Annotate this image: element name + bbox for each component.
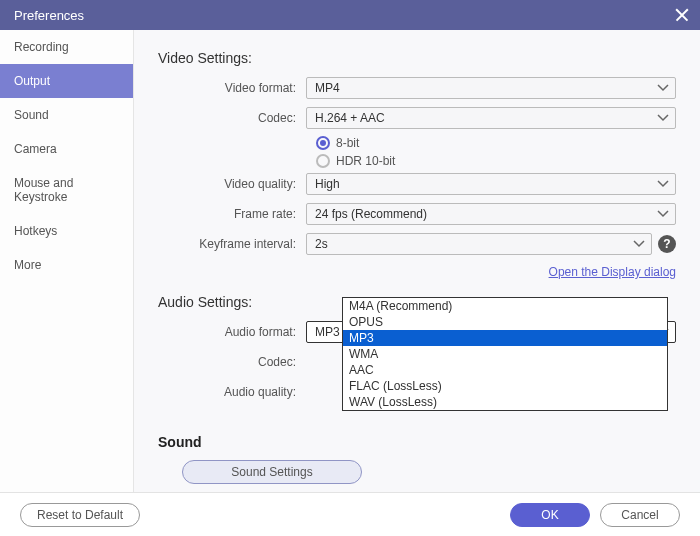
video-codec-select[interactable]: H.264 + AAC <box>306 107 676 129</box>
frame-rate-label: Frame rate: <box>158 207 306 221</box>
chevron-down-icon <box>657 114 669 122</box>
frame-rate-value: 24 fps (Recommend) <box>315 207 427 221</box>
titlebar: Preferences <box>0 0 700 30</box>
video-format-label: Video format: <box>158 81 306 95</box>
radio-hdr10[interactable] <box>316 154 330 168</box>
sidebar-item-mouse-keystroke[interactable]: Mouse and Keystroke <box>0 166 133 214</box>
open-display-dialog-link[interactable]: Open the Display dialog <box>549 265 676 279</box>
chevron-down-icon <box>657 180 669 188</box>
video-codec-label: Codec: <box>158 111 306 125</box>
radio-8bit[interactable] <box>316 136 330 150</box>
keyframe-interval-value: 2s <box>315 237 328 251</box>
dropdown-option[interactable]: OPUS <box>343 314 667 330</box>
dropdown-option[interactable]: M4A (Recommend) <box>343 298 667 314</box>
radio-hdr10-label: HDR 10-bit <box>336 154 395 168</box>
sidebar-item-sound[interactable]: Sound <box>0 98 133 132</box>
keyframe-interval-select[interactable]: 2s <box>306 233 652 255</box>
radio-8bit-label: 8-bit <box>336 136 359 150</box>
chevron-down-icon <box>657 84 669 92</box>
sound-settings-button[interactable]: Sound Settings <box>182 460 362 484</box>
audio-format-label: Audio format: <box>158 325 306 339</box>
close-icon[interactable] <box>674 7 690 23</box>
ok-button[interactable]: OK <box>510 503 590 527</box>
chevron-down-icon <box>633 240 645 248</box>
video-quality-value: High <box>315 177 340 191</box>
audio-codec-label: Codec: <box>158 355 306 369</box>
sidebar: Recording Output Sound Camera Mouse and … <box>0 30 134 492</box>
video-quality-select[interactable]: High <box>306 173 676 195</box>
main-area: Recording Output Sound Camera Mouse and … <box>0 30 700 492</box>
cancel-button[interactable]: Cancel <box>600 503 680 527</box>
frame-rate-select[interactable]: 24 fps (Recommend) <box>306 203 676 225</box>
sidebar-item-camera[interactable]: Camera <box>0 132 133 166</box>
window-title: Preferences <box>14 8 84 23</box>
sidebar-item-hotkeys[interactable]: Hotkeys <box>0 214 133 248</box>
video-format-value: MP4 <box>315 81 340 95</box>
sound-section-title: Sound <box>158 434 676 450</box>
audio-format-dropdown[interactable]: M4A (Recommend) OPUS MP3 WMA AAC FLAC (L… <box>342 297 668 411</box>
dropdown-option[interactable]: AAC <box>343 362 667 378</box>
chevron-down-icon <box>657 210 669 218</box>
video-settings-title: Video Settings: <box>158 50 676 66</box>
video-codec-value: H.264 + AAC <box>315 111 385 125</box>
dropdown-option[interactable]: WAV (LossLess) <box>343 394 667 410</box>
reset-to-default-button[interactable]: Reset to Default <box>20 503 140 527</box>
content-panel: Video Settings: Video format: MP4 Codec:… <box>134 30 700 492</box>
audio-format-value: MP3 <box>315 325 340 339</box>
keyframe-interval-label: Keyframe interval: <box>158 237 306 251</box>
sidebar-item-recording[interactable]: Recording <box>0 30 133 64</box>
dropdown-option-selected[interactable]: MP3 <box>343 330 667 346</box>
audio-quality-label: Audio quality: <box>158 385 306 399</box>
video-quality-label: Video quality: <box>158 177 306 191</box>
dropdown-option[interactable]: FLAC (LossLess) <box>343 378 667 394</box>
help-icon[interactable]: ? <box>658 235 676 253</box>
dropdown-option[interactable]: WMA <box>343 346 667 362</box>
sidebar-item-output[interactable]: Output <box>0 64 133 98</box>
video-format-select[interactable]: MP4 <box>306 77 676 99</box>
footer: Reset to Default OK Cancel <box>0 492 700 536</box>
sidebar-item-more[interactable]: More <box>0 248 133 282</box>
